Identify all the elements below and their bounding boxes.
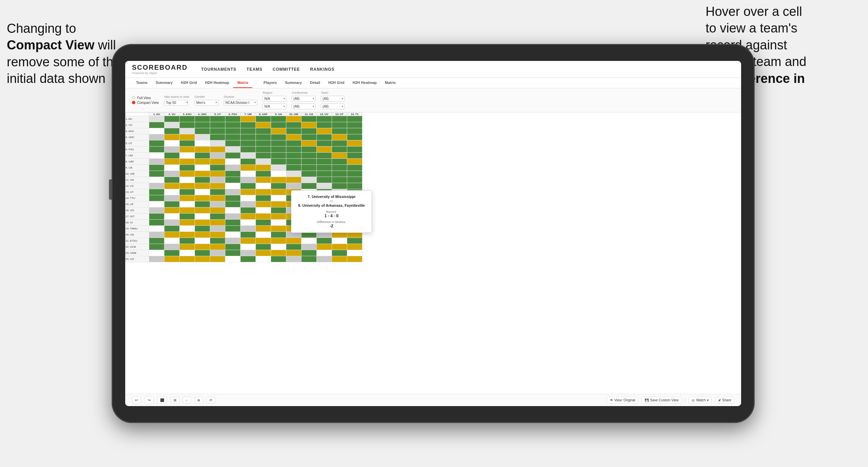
- matrix-cell[interactable]: [149, 256, 164, 262]
- matrix-cell[interactable]: [195, 189, 210, 195]
- matrix-cell[interactable]: [347, 147, 362, 153]
- matrix-cell[interactable]: [149, 159, 164, 165]
- matrix-cell[interactable]: [241, 128, 256, 134]
- matrix-cell[interactable]: [241, 116, 256, 122]
- matrix-cell[interactable]: [241, 165, 256, 171]
- matrix-cell[interactable]: [332, 147, 347, 153]
- matrix-cell[interactable]: [302, 147, 317, 153]
- tab-matrix-2[interactable]: Matrix: [381, 78, 400, 88]
- tab-detail[interactable]: Detail: [306, 78, 324, 88]
- matrix-cell[interactable]: [317, 140, 332, 147]
- matrix-cell[interactable]: [225, 214, 241, 220]
- matrix-cell[interactable]: [241, 171, 256, 177]
- matrix-cell[interactable]: [271, 214, 286, 220]
- matrix-cell[interactable]: [286, 147, 302, 153]
- matrix-cell[interactable]: [225, 183, 241, 189]
- matrix-cell[interactable]: [286, 116, 302, 122]
- matrix-cell[interactable]: [195, 177, 210, 183]
- matrix-cell[interactable]: [347, 153, 362, 159]
- matrix-cell[interactable]: [180, 183, 195, 189]
- toolbar-icon1-button[interactable]: ⬛: [157, 397, 167, 404]
- matrix-cell[interactable]: [302, 165, 317, 171]
- tab-teams[interactable]: Teams: [132, 78, 152, 88]
- matrix-cell[interactable]: [164, 165, 180, 171]
- matrix-cell[interactable]: [317, 153, 332, 159]
- matrix-cell[interactable]: [180, 256, 195, 262]
- view-original-button[interactable]: 👁 View: Original: [607, 397, 639, 404]
- nav-rankings[interactable]: RANKINGS: [310, 66, 335, 73]
- matrix-cell[interactable]: [271, 171, 286, 177]
- matrix-cell[interactable]: [225, 232, 241, 238]
- matrix-cell[interactable]: [195, 256, 210, 262]
- matrix-cell[interactable]: [256, 140, 271, 147]
- matrix-cell[interactable]: [225, 134, 241, 140]
- matrix-cell[interactable]: [317, 177, 332, 183]
- matrix-cell[interactable]: [195, 238, 210, 244]
- matrix-cell[interactable]: [347, 159, 362, 165]
- matrix-cell[interactable]: [210, 171, 225, 177]
- matrix-cell[interactable]: [180, 177, 195, 183]
- matrix-cell[interactable]: [271, 147, 286, 153]
- toolbar-refresh-button[interactable]: ⟳: [206, 397, 215, 404]
- matrix-cell[interactable]: [180, 195, 195, 201]
- matrix-cell[interactable]: [149, 214, 164, 220]
- toolbar-icon2-button[interactable]: ⊞: [171, 397, 179, 404]
- matrix-cell[interactable]: [180, 140, 195, 147]
- matrix-cell[interactable]: [271, 189, 286, 195]
- matrix-cell[interactable]: [164, 122, 180, 128]
- matrix-cell[interactable]: [195, 165, 210, 171]
- matrix-cell[interactable]: [164, 140, 180, 147]
- matrix-cell[interactable]: [225, 189, 241, 195]
- matrix-cell[interactable]: [332, 244, 347, 250]
- matrix-cell[interactable]: [241, 140, 256, 147]
- matrix-cell[interactable]: [286, 159, 302, 165]
- matrix-cell[interactable]: [256, 165, 271, 171]
- matrix-cell[interactable]: [241, 159, 256, 165]
- matrix-cell[interactable]: [317, 244, 332, 250]
- matrix-cell[interactable]: [271, 134, 286, 140]
- redo-button[interactable]: ↪: [144, 396, 154, 404]
- matrix-cell[interactable]: [271, 183, 286, 189]
- matrix-cell[interactable]: [332, 238, 347, 244]
- region-select-1[interactable]: N/A: [263, 96, 286, 102]
- matrix-cell[interactable]: [210, 147, 225, 153]
- matrix-cell[interactable]: [195, 226, 210, 232]
- matrix-cell[interactable]: [210, 153, 225, 159]
- matrix-cell[interactable]: [317, 183, 332, 189]
- matrix-cell[interactable]: [332, 122, 347, 128]
- matrix-cell[interactable]: [271, 232, 286, 238]
- matrix-cell[interactable]: [225, 159, 241, 165]
- matrix-cell[interactable]: [164, 195, 180, 201]
- matrix-cell[interactable]: [210, 165, 225, 171]
- matrix-cell[interactable]: [256, 232, 271, 238]
- matrix-cell[interactable]: [180, 220, 195, 226]
- undo-button[interactable]: ↩: [132, 396, 141, 404]
- matrix-cell[interactable]: [271, 177, 286, 183]
- matrix-cell[interactable]: [195, 214, 210, 220]
- matrix-cell[interactable]: [164, 153, 180, 159]
- matrix-cell[interactable]: [271, 128, 286, 134]
- matrix-cell[interactable]: [164, 207, 180, 214]
- conference-select-2[interactable]: (All): [292, 104, 315, 109]
- matrix-cell[interactable]: [241, 189, 256, 195]
- matrix-cell[interactable]: [195, 122, 210, 128]
- matrix-cell[interactable]: [225, 122, 241, 128]
- matrix-cell[interactable]: [302, 171, 317, 177]
- matrix-cell[interactable]: [164, 189, 180, 195]
- matrix-cell[interactable]: [332, 140, 347, 147]
- matrix-cell[interactable]: [317, 238, 332, 244]
- matrix-cell[interactable]: [241, 153, 256, 159]
- matrix-cell[interactable]: [225, 201, 241, 207]
- team-select-2[interactable]: (All): [321, 104, 344, 109]
- matrix-cell[interactable]: [210, 220, 225, 226]
- full-view-option[interactable]: Full View: [132, 96, 159, 100]
- matrix-cell[interactable]: [195, 116, 210, 122]
- matrix-cell[interactable]: [332, 153, 347, 159]
- matrix-cell[interactable]: [149, 189, 164, 195]
- matrix-cell[interactable]: [210, 226, 225, 232]
- matrix-cell[interactable]: [210, 214, 225, 220]
- matrix-cell[interactable]: [241, 226, 256, 232]
- matrix-cell[interactable]: [286, 250, 302, 256]
- matrix-cell[interactable]: [210, 116, 225, 122]
- compact-view-option[interactable]: Compact View: [132, 101, 159, 105]
